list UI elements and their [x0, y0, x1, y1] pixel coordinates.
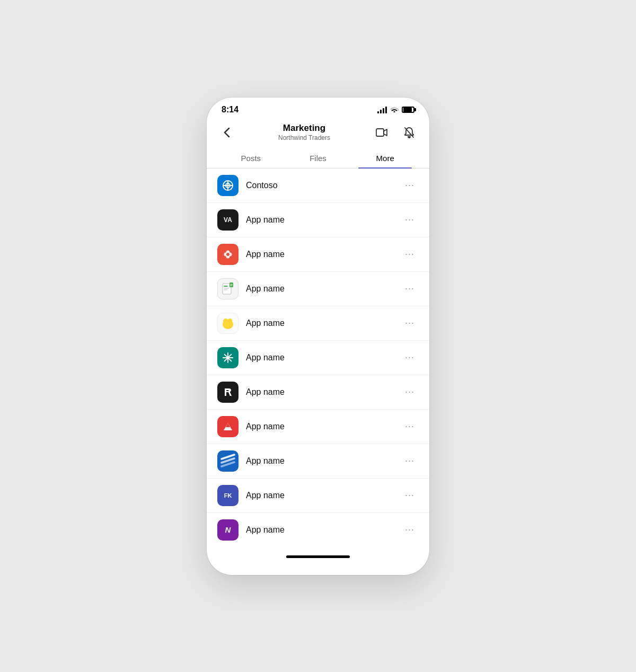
svg-rect-25	[226, 390, 229, 391]
svg-point-19	[228, 319, 232, 323]
app-icon-contoso	[217, 175, 238, 196]
svg-point-24	[227, 357, 229, 359]
wifi-icon	[390, 105, 399, 114]
list-item[interactable]: VA App name ···	[207, 203, 429, 237]
svg-rect-0	[376, 129, 384, 136]
mute-bell-button[interactable]	[400, 123, 419, 142]
svg-rect-14	[224, 289, 227, 290]
tab-more[interactable]: More	[351, 148, 419, 168]
list-item[interactable]: Contoso ···	[207, 169, 429, 203]
svg-text:P: P	[230, 284, 232, 287]
svg-rect-28	[224, 429, 232, 430]
home-bar	[286, 555, 350, 558]
item-more-button[interactable]: ···	[401, 419, 419, 434]
item-more-button[interactable]: ···	[401, 246, 419, 262]
app-name: App name	[246, 387, 401, 397]
tabs-bar: Posts Files More	[207, 148, 429, 169]
app-name: App name	[246, 319, 401, 328]
svg-rect-13	[224, 288, 229, 289]
list-item[interactable]: FK App name ···	[207, 479, 429, 513]
battery-icon	[402, 107, 414, 113]
item-more-button[interactable]: ···	[401, 453, 419, 468]
app-name: App name	[246, 525, 401, 535]
app-name: App name	[246, 422, 401, 431]
app-icon-red-m	[217, 416, 238, 437]
svg-marker-27	[226, 423, 230, 427]
video-call-button[interactable]	[372, 123, 391, 142]
app-icon-va: VA	[217, 209, 238, 231]
app-name: App name	[246, 456, 401, 466]
app-icon-teal	[217, 347, 238, 368]
item-more-button[interactable]: ···	[401, 315, 419, 331]
list-item[interactable]: App name ···	[207, 306, 429, 341]
item-more-button[interactable]: ···	[401, 522, 419, 537]
signal-icon	[377, 106, 387, 113]
list-item[interactable]: N App name ···	[207, 513, 429, 547]
home-indicator	[207, 547, 429, 558]
app-name: App name	[246, 250, 401, 259]
app-icon-fk: FK	[217, 485, 238, 506]
app-name: Contoso	[246, 181, 401, 190]
svg-point-10	[226, 253, 229, 256]
app-icon-purple-n: N	[217, 519, 238, 541]
header-center: Marketing Northwind Traders	[278, 123, 330, 142]
app-icon-green: P	[217, 278, 238, 299]
channel-title: Marketing	[278, 123, 330, 134]
item-more-button[interactable]: ···	[401, 384, 419, 400]
back-button[interactable]	[217, 123, 236, 142]
app-icon-dark-r	[217, 382, 238, 403]
app-icon-stripe	[217, 450, 238, 472]
status-bar: 8:14	[207, 98, 429, 119]
item-more-button[interactable]: ···	[401, 488, 419, 503]
status-icons	[377, 105, 414, 114]
app-icon-red-flower	[217, 244, 238, 265]
list-item[interactable]: P App name ···	[207, 272, 429, 306]
tab-posts[interactable]: Posts	[217, 148, 285, 168]
app-name: App name	[246, 215, 401, 225]
list-item[interactable]: App name ···	[207, 375, 429, 410]
list-item[interactable]: App name ···	[207, 237, 429, 272]
svg-point-18	[223, 319, 228, 324]
status-time: 8:14	[222, 105, 238, 114]
app-icon-yellow	[217, 313, 238, 334]
list-item[interactable]: App name ···	[207, 410, 429, 444]
phone-frame: 8:14	[207, 98, 429, 575]
app-name: App name	[246, 491, 401, 500]
item-more-button[interactable]: ···	[401, 281, 419, 296]
item-more-button[interactable]: ···	[401, 178, 419, 193]
team-name: Northwind Traders	[278, 134, 330, 142]
app-name: App name	[246, 353, 401, 362]
header-actions	[372, 123, 419, 142]
item-more-button[interactable]: ···	[401, 212, 419, 227]
list-item[interactable]: App name ···	[207, 341, 429, 375]
app-list: Contoso ··· VA App name ··· App nam	[207, 169, 429, 547]
list-item[interactable]: App name ···	[207, 444, 429, 479]
item-more-button[interactable]: ···	[401, 350, 419, 365]
header: Marketing Northwind Traders	[207, 119, 429, 148]
svg-rect-12	[224, 286, 228, 287]
tab-files[interactable]: Files	[285, 148, 352, 168]
app-name: App name	[246, 284, 401, 294]
